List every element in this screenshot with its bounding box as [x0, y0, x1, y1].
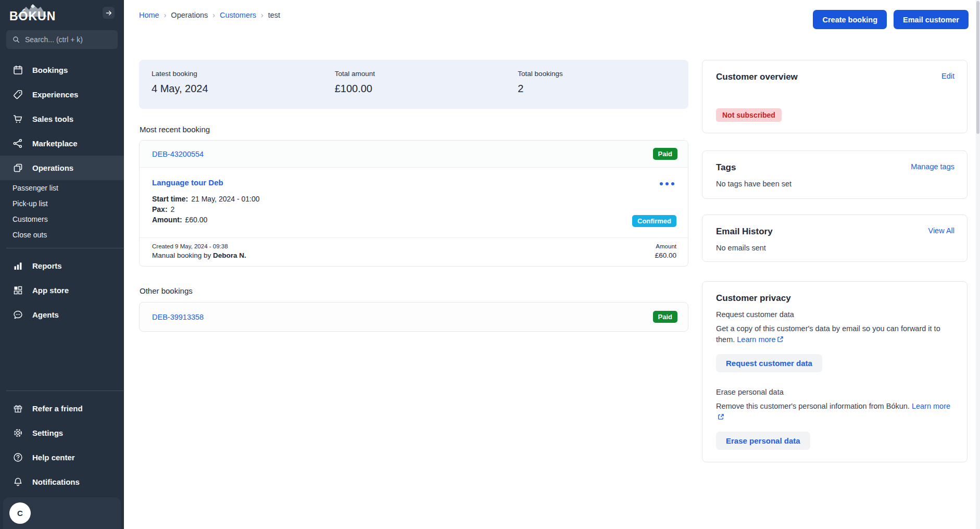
edit-link[interactable]: Edit	[941, 72, 954, 80]
email-history-empty-text: No emails sent	[716, 244, 954, 252]
scrollbar-thumb[interactable]	[976, 1, 979, 134]
erase-personal-data-button[interactable]: Erase personal data	[716, 432, 810, 450]
learn-more-link[interactable]: Learn more	[737, 335, 784, 344]
sidebar-subitem-customers[interactable]: Customers	[0, 211, 124, 227]
manage-tags-link[interactable]: Manage tags	[911, 162, 954, 171]
sidebar-item-label: Refer a friend	[32, 404, 83, 413]
booking-card-body: Language tour Deb Start time:21 May, 202…	[140, 168, 688, 237]
breadcrumb-separator: ›	[261, 11, 263, 19]
sidebar-item-sales-tools[interactable]: Sales tools	[0, 107, 124, 131]
created-timestamp: Created 9 May, 2024 - 09:38	[152, 243, 246, 249]
avatar[interactable]: C	[9, 502, 31, 524]
calendar-icon	[12, 65, 23, 75]
sidebar-item-help-center[interactable]: Help center	[0, 445, 124, 470]
grid-icon	[12, 285, 23, 296]
sidebar-item-operations[interactable]: Operations	[0, 156, 124, 180]
external-link-icon	[718, 413, 724, 420]
amount-value: £60.00	[655, 251, 676, 259]
breadcrumb-operations[interactable]: Operations	[171, 11, 208, 19]
view-all-link[interactable]: View All	[928, 226, 954, 235]
content-columns: Latest booking 4 May, 2024 Total amount …	[124, 29, 980, 480]
arrow-right-icon	[105, 9, 112, 17]
stat-value: £100.00	[335, 83, 506, 95]
breadcrumb-home[interactable]: Home	[139, 11, 159, 19]
email-customer-button[interactable]: Email customer	[894, 10, 969, 29]
bokun-logo[interactable]: BÓKUN	[9, 3, 56, 25]
learn-more-text: Learn more	[912, 402, 950, 410]
booking-card-header: DEB-43200554 Paid	[140, 141, 688, 168]
sidebar-top: BÓKUN	[0, 0, 124, 25]
field-label: Pax:	[152, 205, 168, 213]
tag-icon	[12, 89, 23, 100]
breadcrumb-customers[interactable]: Customers	[220, 11, 256, 19]
card-title: Customer overview	[716, 72, 798, 82]
sidebar: BÓKUN Bookings	[0, 0, 124, 529]
stat-label: Latest booking	[152, 70, 322, 78]
sidebar-item-label: Reports	[32, 261, 62, 270]
manual-booking-by: Manual booking by Debora N.	[152, 251, 246, 259]
help-icon	[12, 452, 23, 463]
account-menu[interactable]: C	[3, 497, 121, 529]
sidebar-collapse-button[interactable]	[103, 7, 115, 19]
paid-badge: Paid	[653, 311, 677, 323]
sidebar-item-reports[interactable]: Reports	[0, 254, 124, 278]
create-booking-button[interactable]: Create booking	[813, 10, 887, 29]
left-column: Latest booking 4 May, 2024 Total amount …	[139, 60, 688, 480]
tags-empty-text: No tags have been set	[716, 180, 954, 188]
sidebar-item-label: App store	[32, 286, 69, 295]
sidebar-search[interactable]	[6, 30, 118, 49]
customer-stats-panel: Latest booking 4 May, 2024 Total amount …	[139, 60, 688, 109]
confirmed-badge: Confirmed	[632, 215, 676, 227]
sidebar-item-label: Marketplace	[32, 139, 78, 148]
bell-icon	[12, 476, 23, 487]
sidebar-nav: Bookings Experiences Sales tools	[0, 58, 124, 327]
sidebar-item-bookings[interactable]: Bookings	[0, 58, 124, 82]
stat-latest-booking: Latest booking 4 May, 2024	[139, 60, 322, 109]
section-title-most-recent: Most recent booking	[140, 125, 688, 134]
booking-ref-link[interactable]: DEB-39913358	[152, 313, 204, 321]
scrollbar[interactable]	[976, 0, 980, 529]
sidebar-item-marketplace[interactable]: Marketplace	[0, 131, 124, 156]
breadcrumb: Home › Operations › Customers › test	[139, 8, 280, 19]
gear-icon	[12, 427, 23, 438]
search-input[interactable]	[25, 35, 112, 44]
right-column: Customer overview Edit Not subscribed Ta…	[702, 60, 968, 480]
sidebar-divider	[6, 248, 124, 248]
sidebar-item-settings[interactable]: Settings	[0, 421, 124, 445]
erase-data-description: Remove this customer's personal informat…	[716, 401, 954, 423]
sidebar-item-agents[interactable]: Agents	[0, 303, 124, 327]
sidebar-item-label: Agents	[32, 310, 59, 319]
card-header: Email History View All	[716, 226, 954, 237]
amount-label: Amount	[655, 243, 676, 249]
field-value: £60.00	[185, 216, 208, 224]
sidebar-subitem-close-outs[interactable]: Close outs	[0, 227, 124, 243]
sidebar-item-label: Settings	[32, 429, 63, 437]
sidebar-subitem-passenger-list[interactable]: Passenger list	[0, 180, 124, 196]
card-header: Tags Manage tags	[716, 162, 954, 173]
sidebar-item-experiences[interactable]: Experiences	[0, 82, 124, 107]
logo-text: BÓKUN	[9, 9, 56, 23]
booking-ref-link[interactable]: DEB-43200554	[152, 150, 204, 158]
product-link[interactable]: Language tour Deb	[152, 178, 223, 187]
manual-booking-prefix: Manual booking by	[152, 251, 213, 259]
sidebar-subitem-pickup-list[interactable]: Pick-up list	[0, 196, 124, 211]
booking-card-footer: Created 9 May, 2024 - 09:38 Manual booki…	[140, 237, 688, 266]
kebab-menu-icon[interactable]	[660, 182, 674, 185]
search-icon	[12, 35, 20, 44]
breadcrumb-current-page: test	[268, 11, 280, 19]
erase-data-text: Remove this customer's personal informat…	[716, 402, 910, 410]
request-customer-data-button[interactable]: Request customer data	[716, 354, 822, 372]
manual-booking-name: Debora N.	[213, 251, 246, 259]
sidebar-item-refer-a-friend[interactable]: Refer a friend	[0, 396, 124, 421]
external-link-icon	[777, 336, 784, 343]
sidebar-item-app-store[interactable]: App store	[0, 278, 124, 303]
field-label: Amount:	[152, 216, 182, 224]
cart-icon	[12, 114, 23, 124]
subitem-label: Passenger list	[12, 184, 58, 192]
booking-amount-summary: Amount £60.00	[655, 243, 676, 259]
chat-icon	[12, 309, 23, 320]
sidebar-item-notifications[interactable]: Notifications	[0, 470, 124, 494]
subitem-label: Pick-up list	[12, 199, 48, 208]
sidebar-item-label: Help center	[32, 453, 75, 462]
customer-privacy-card: Customer privacy Request customer data G…	[702, 281, 968, 462]
